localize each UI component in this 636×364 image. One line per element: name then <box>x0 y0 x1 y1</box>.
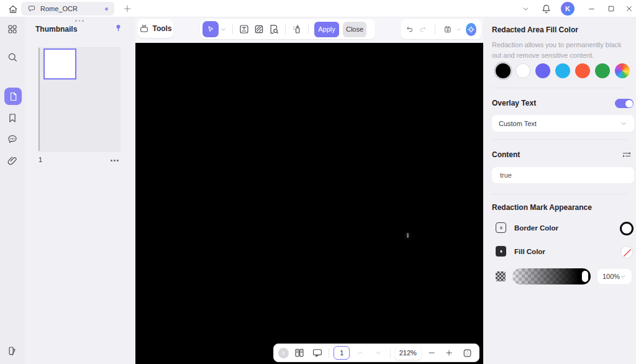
document-canvas[interactable] <box>135 43 483 364</box>
chevron-up-icon <box>356 348 365 357</box>
save-dropdown-chevron-icon[interactable] <box>456 26 461 33</box>
swatch-green[interactable] <box>595 63 610 78</box>
redo-icon[interactable] <box>419 24 427 35</box>
redact-text-icon <box>238 24 250 35</box>
ai-assistant-button[interactable] <box>466 23 476 36</box>
search-redact-tool-button[interactable] <box>266 22 281 37</box>
search-redact-icon <box>268 24 279 35</box>
redact-area-tool-button[interactable] <box>252 22 266 37</box>
swatch-white[interactable] <box>516 63 530 78</box>
swatch-black[interactable] <box>496 63 511 78</box>
content-label: Content <box>492 150 520 159</box>
paperclip-icon <box>7 155 18 166</box>
section-divider <box>492 139 627 140</box>
two-page-view-icon <box>294 347 305 358</box>
maximize-icon <box>607 4 616 13</box>
zoom-out-button[interactable] <box>424 345 439 360</box>
apply-button[interactable]: Apply <box>314 22 339 37</box>
content-text-input[interactable] <box>492 167 634 183</box>
content-settings-button[interactable] <box>621 149 632 160</box>
select-tool-dropdown[interactable] <box>220 26 227 33</box>
sanitize-tool-button[interactable] <box>289 22 304 37</box>
presentation-mode-button[interactable] <box>310 345 325 360</box>
fit-screen-button[interactable] <box>460 345 475 360</box>
fit-screen-icon <box>462 348 473 358</box>
new-tab-button[interactable] <box>122 4 132 14</box>
left-sidebar <box>0 17 25 364</box>
toolbar-separator <box>285 24 286 34</box>
app-window: Rome_OCR K <box>0 0 636 364</box>
section-divider <box>492 194 627 194</box>
opacity-value-dropdown[interactable]: 100% <box>597 269 632 284</box>
no-fill-slash-icon <box>621 247 633 258</box>
sidebar-item-bookmarks[interactable] <box>7 112 18 124</box>
next-page-button[interactable] <box>371 345 386 360</box>
border-color-label: Border Color <box>514 224 558 232</box>
border-color-swatch[interactable] <box>620 222 634 235</box>
overlay-text-dropdown[interactable]: Custom Text <box>492 115 634 132</box>
swatch-rainbow[interactable] <box>615 63 630 78</box>
page-thumbnail-number: 1 <box>39 156 42 163</box>
sidebar-item-grid[interactable] <box>7 24 18 35</box>
close-mode-button[interactable]: Close <box>343 22 366 37</box>
minus-icon <box>427 348 436 357</box>
sidebar-item-comments[interactable] <box>7 134 18 145</box>
sidebar-item-attachments[interactable] <box>7 155 18 166</box>
comment-icon <box>7 134 18 145</box>
close-window-button[interactable] <box>625 4 634 13</box>
fill-color-button[interactable] <box>496 246 506 257</box>
page-more-dots-icon[interactable] <box>111 160 119 162</box>
zoom-level-display[interactable]: 212% <box>395 346 421 360</box>
pin-panel-button[interactable] <box>114 24 124 35</box>
swatch-indigo[interactable] <box>535 63 550 78</box>
opacity-slider-handle[interactable] <box>581 270 589 283</box>
canvas-cursor-speck <box>407 233 409 238</box>
page-number-input[interactable] <box>334 346 350 360</box>
document-tab[interactable]: Rome_OCR <box>21 2 114 16</box>
thumbnails-panel-title: Thumbnails <box>35 25 77 34</box>
sidebar-item-thumbnails[interactable] <box>4 88 22 105</box>
avatar[interactable]: K <box>561 2 575 16</box>
two-page-view-button[interactable] <box>292 345 307 360</box>
redact-area-icon <box>253 24 265 35</box>
save-icon[interactable] <box>443 24 452 35</box>
cursor-icon <box>206 24 216 34</box>
bottombar-separator <box>390 348 391 358</box>
redaction-tool-group: Apply Close <box>200 19 375 39</box>
maximize-button[interactable] <box>607 4 616 13</box>
swatch-sky-blue[interactable] <box>555 63 570 78</box>
expand-bar-button[interactable] <box>278 348 289 358</box>
notifications-button[interactable] <box>541 3 552 14</box>
sidebar-item-appearance[interactable] <box>7 345 18 357</box>
overlay-text-toggle[interactable] <box>615 99 634 108</box>
plus-icon <box>445 348 453 357</box>
swatch-book-icon <box>7 345 18 357</box>
previous-page-button[interactable] <box>353 345 368 360</box>
tab-title: Rome_OCR <box>40 5 78 12</box>
home-button[interactable] <box>6 3 20 15</box>
chevron-down-icon <box>374 348 383 357</box>
fill-color-swatch-none[interactable] <box>620 246 633 258</box>
sidebar-item-search[interactable] <box>7 52 18 63</box>
page-icon <box>8 91 19 102</box>
border-color-button[interactable] <box>496 222 506 233</box>
select-tool-button[interactable] <box>202 21 219 37</box>
undo-icon[interactable] <box>406 24 414 35</box>
tools-button[interactable]: Tools <box>138 19 173 38</box>
redact-text-tool-button[interactable] <box>237 22 252 37</box>
toolbar-separator <box>232 24 233 34</box>
panel-description: Redaction allows you to permanently blac… <box>492 40 629 60</box>
titlebar: Rome_OCR K <box>0 0 636 17</box>
presentation-icon <box>312 347 323 358</box>
chat-bubble-icon <box>27 4 36 13</box>
titlebar-dropdown-button[interactable] <box>522 5 530 13</box>
minimize-button[interactable] <box>588 5 596 13</box>
thumbnails-panel: Thumbnails 1 <box>25 17 135 364</box>
zoom-in-button[interactable] <box>442 345 457 360</box>
viewport-indicator[interactable] <box>43 48 76 80</box>
panel-drag-dots-icon[interactable] <box>75 20 84 22</box>
opacity-slider[interactable] <box>512 268 591 284</box>
page-thumbnail[interactable] <box>39 48 120 151</box>
swatch-orange[interactable] <box>575 63 590 78</box>
chevron-down-icon <box>620 120 627 127</box>
